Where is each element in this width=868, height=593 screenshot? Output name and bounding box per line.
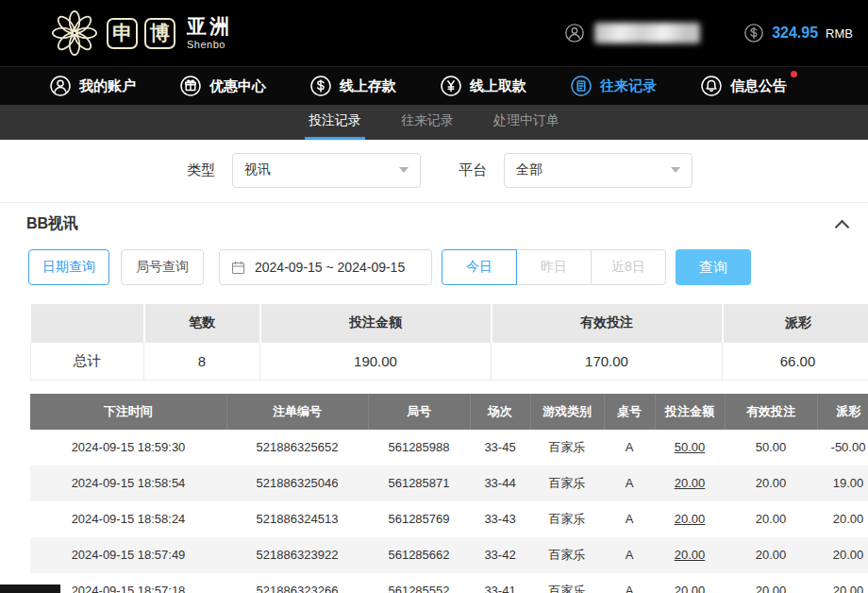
cell-payout: 20.00 bbox=[817, 573, 868, 593]
cell-table_no: A bbox=[604, 501, 655, 537]
records-header-cell: 下注时间 bbox=[30, 394, 226, 430]
balance[interactable]: 324.95 RMB bbox=[743, 23, 853, 43]
cell-session: 33-45 bbox=[470, 430, 530, 466]
nav-item-gift[interactable]: 优惠中心 bbox=[179, 75, 266, 97]
cell-session: 33-44 bbox=[470, 466, 530, 501]
table-row: 2024-09-15 18:57:49521886323922561285662… bbox=[30, 537, 868, 573]
cell-table_no: A bbox=[604, 537, 655, 573]
summary-header-row: 笔数投注金额有效投注派彩 bbox=[31, 304, 868, 342]
summary-value-cell: 170.00 bbox=[492, 342, 723, 380]
records-header-cell: 桌号 bbox=[604, 394, 655, 430]
records-header-row: 下注时间注单编号局号场次游戏类别桌号投注金额有效投注派彩 bbox=[30, 394, 868, 430]
nav-label: 我的账户 bbox=[79, 77, 136, 95]
bet-records-table: 下注时间注单编号局号场次游戏类别桌号投注金额有效投注派彩 2024-09-15 … bbox=[30, 394, 868, 593]
balance-currency: RMB bbox=[826, 26, 853, 41]
cell-game: 百家乐 bbox=[530, 573, 604, 593]
cell-bet_id: 521886324513 bbox=[226, 501, 368, 537]
nav-label: 往来记录 bbox=[600, 77, 657, 95]
cell-bet_amount[interactable]: 20.00 bbox=[655, 537, 725, 573]
page: 申 博 亚洲 Shenbo 324.95 RMB bbox=[0, 0, 868, 593]
date-range-value: 2024-09-15 ~ 2024-09-15 bbox=[255, 260, 405, 275]
cell-game: 百家乐 bbox=[530, 501, 604, 537]
cell-round: 561285769 bbox=[368, 501, 470, 537]
gift-icon bbox=[179, 75, 202, 97]
nav-item-records[interactable]: 往来记录 bbox=[570, 75, 657, 97]
brand-region: 亚洲 Shenbo bbox=[187, 16, 232, 49]
nav-item-withdraw[interactable]: 线上取款 bbox=[440, 75, 526, 97]
user-icon bbox=[49, 75, 72, 97]
type-dropdown-value: 视讯 bbox=[244, 161, 271, 178]
tab-2[interactable]: 处理中订单 bbox=[490, 105, 563, 140]
cell-bet_amount[interactable]: 50.00 bbox=[655, 430, 725, 466]
records-header-cell: 派彩 bbox=[817, 394, 868, 430]
collapse-chevron-icon[interactable] bbox=[835, 219, 850, 234]
cell-bet_amount[interactable]: 20.00 bbox=[655, 501, 725, 537]
nav-label: 信息公告 bbox=[730, 77, 787, 95]
date-range-input[interactable]: 2024-09-15 ~ 2024-09-15 bbox=[219, 249, 432, 285]
round-query-button[interactable]: 局号查询 bbox=[121, 249, 204, 285]
cell-session: 33-43 bbox=[470, 501, 530, 537]
cell-bet_id: 521886323266 bbox=[226, 573, 368, 593]
summary-value-cell: 8 bbox=[144, 342, 260, 380]
bottom-widget[interactable] bbox=[0, 585, 60, 593]
cell-time: 2024-09-15 18:57:49 bbox=[30, 537, 226, 573]
tab-1[interactable]: 往来记录 bbox=[397, 105, 458, 140]
records-header-cell: 注单编号 bbox=[226, 394, 368, 430]
user-account[interactable] bbox=[564, 23, 700, 43]
cell-valid_bet: 50.00 bbox=[725, 430, 817, 466]
type-label: 类型 bbox=[187, 161, 215, 179]
notification-dot bbox=[791, 71, 797, 77]
cell-round: 561285662 bbox=[368, 537, 470, 573]
flower-logo-icon bbox=[49, 8, 100, 59]
cell-session: 33-41 bbox=[470, 573, 530, 593]
chevron-down-icon bbox=[399, 167, 409, 173]
nav-item-bell[interactable]: 信息公告 bbox=[700, 75, 787, 97]
filter-row: 类型 视讯 平台 全部 bbox=[0, 140, 868, 200]
cell-time: 2024-09-15 18:58:24 bbox=[30, 501, 226, 537]
dollar-icon bbox=[743, 23, 764, 43]
cell-round: 561285988 bbox=[368, 430, 470, 466]
main-nav: 我的账户 优惠中心 线上存款 线上取款 往来记录 信息公告 bbox=[0, 66, 868, 105]
platform-dropdown-value: 全部 bbox=[516, 161, 542, 178]
cell-game: 百家乐 bbox=[530, 466, 604, 501]
nav-label: 优惠中心 bbox=[209, 77, 266, 95]
header-right: 324.95 RMB bbox=[564, 23, 853, 43]
top-header: 申 博 亚洲 Shenbo 324.95 RMB bbox=[0, 0, 868, 66]
platform-dropdown[interactable]: 全部 bbox=[504, 153, 693, 188]
table-row: 2024-09-15 18:59:30521886325652561285988… bbox=[30, 430, 868, 466]
type-dropdown[interactable]: 视讯 bbox=[232, 153, 421, 188]
cell-time: 2024-09-15 18:58:54 bbox=[30, 466, 226, 501]
cell-bet_amount[interactable]: 20.00 bbox=[655, 573, 725, 593]
cell-time: 2024-09-15 18:59:30 bbox=[30, 430, 226, 466]
tab-label: 投注记录 bbox=[309, 112, 361, 129]
date-query-button[interactable]: 日期查询 bbox=[28, 249, 109, 285]
query-controls: 日期查询 局号查询 2024-09-15 ~ 2024-09-15 今日 昨日 … bbox=[0, 249, 868, 285]
summary-table: 笔数投注金额有效投注派彩 总计8190.00170.0066.00 bbox=[30, 304, 868, 381]
table-row: 2024-09-15 18:57:18521886323266561285552… bbox=[30, 573, 868, 593]
records-icon bbox=[570, 75, 593, 97]
cell-bet_id: 521886323922 bbox=[226, 537, 368, 573]
summary-value-cell: 66.00 bbox=[723, 342, 868, 380]
nav-item-deposit[interactable]: 线上存款 bbox=[309, 75, 396, 97]
cell-valid_bet: 20.00 bbox=[725, 466, 817, 501]
withdraw-icon bbox=[440, 75, 462, 97]
cell-payout: 20.00 bbox=[817, 537, 868, 573]
tab-0[interactable]: 投注记录 bbox=[305, 105, 365, 140]
search-button[interactable]: 查询 bbox=[676, 249, 751, 285]
cell-valid_bet: 20.00 bbox=[725, 573, 817, 593]
type-filter: 类型 视讯 bbox=[187, 153, 421, 188]
cell-bet_amount[interactable]: 20.00 bbox=[655, 466, 725, 501]
records-header-cell: 投注金额 bbox=[655, 394, 725, 430]
records-header-cell: 场次 bbox=[470, 394, 530, 430]
last-8-days-button[interactable]: 近8日 bbox=[591, 249, 666, 285]
cell-table_no: A bbox=[604, 573, 655, 593]
cell-game: 百家乐 bbox=[530, 537, 604, 573]
summary-header-cell: 投注金额 bbox=[260, 304, 492, 342]
platform-filter: 平台 全部 bbox=[459, 153, 693, 188]
sub-tabs: 投注记录 往来记录 处理中订单 bbox=[0, 105, 868, 140]
nav-item-user[interactable]: 我的账户 bbox=[49, 75, 136, 97]
yesterday-button[interactable]: 昨日 bbox=[516, 249, 592, 285]
deposit-icon bbox=[309, 75, 332, 97]
cell-table_no: A bbox=[604, 430, 655, 466]
today-button[interactable]: 今日 bbox=[442, 249, 517, 285]
